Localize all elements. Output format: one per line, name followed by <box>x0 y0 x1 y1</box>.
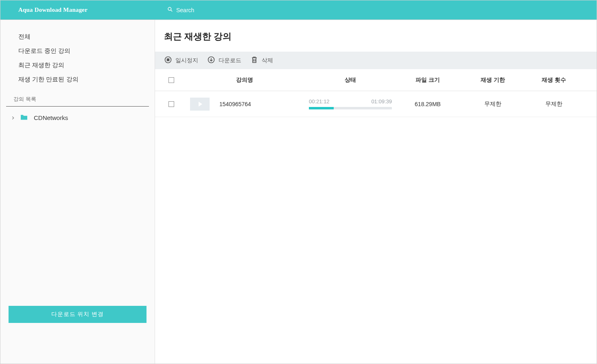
main-content: 최근 재생한 강의 일시정지 다운로드 <box>155 20 597 364</box>
app-header: Aqua Download Manager <box>0 0 597 20</box>
search-icon <box>167 7 173 13</box>
download-button[interactable]: 다운로드 <box>207 56 241 65</box>
sidebar-item-label: 최근 재생한 강의 <box>18 61 64 68</box>
search-input[interactable] <box>176 7 298 13</box>
lectures-table: 강의명 상태 파일 크기 재생 기한 재생 횟수 1540965764 <box>155 69 597 364</box>
download-circle-icon <box>207 56 215 65</box>
total-time: 01:09:39 <box>371 98 392 105</box>
col-header-state: 상태 <box>306 76 395 84</box>
cell-play-count: 무제한 <box>525 100 582 108</box>
table-row[interactable]: 1540965764 00:21:12 01:09:39 618.29MB 무제… <box>155 91 597 117</box>
col-header-file-size: 파일 크기 <box>395 76 460 84</box>
svg-point-0 <box>168 7 171 11</box>
sidebar-item-label: 다운로드 중인 강의 <box>18 47 70 54</box>
tree-item-cdnetworks[interactable]: CDNetworks <box>11 112 147 123</box>
progress-bar <box>309 107 392 109</box>
row-checkbox[interactable] <box>168 101 174 107</box>
table-header-row: 강의명 상태 파일 크기 재생 기한 재생 횟수 <box>155 69 597 91</box>
cell-lecture-name: 1540965764 <box>216 101 306 107</box>
select-all-checkbox[interactable] <box>168 77 174 83</box>
tree-item-label: CDNetworks <box>34 114 68 121</box>
sidebar-item-recent[interactable]: 최근 재생한 강의 <box>18 58 147 72</box>
chevron-right-icon <box>11 116 15 120</box>
cell-deadline: 무제한 <box>460 100 525 108</box>
col-header-deadline: 재생 기한 <box>460 76 525 84</box>
pause-circle-icon <box>164 56 172 65</box>
button-label: 다운로드 <box>219 57 241 64</box>
play-icon <box>199 102 202 107</box>
change-download-location-button[interactable]: 다운로드 위치 변경 <box>9 306 147 323</box>
svg-rect-3 <box>167 59 169 61</box>
sidebar-nav: 전체 다운로드 중인 강의 최근 재생한 강의 재생 기한 만료된 강의 <box>0 30 155 87</box>
button-label: 삭제 <box>262 57 273 64</box>
search-wrap <box>155 7 298 13</box>
progress-fill <box>309 107 334 109</box>
elapsed-time: 00:21:12 <box>309 98 330 105</box>
svg-line-1 <box>171 10 173 12</box>
trash-icon <box>250 56 258 65</box>
toolbar: 일시정지 다운로드 삭제 <box>155 52 597 69</box>
sidebar-tree: CDNetworks <box>0 107 155 123</box>
app-title: Aqua Download Manager <box>0 7 155 13</box>
sidebar-item-all[interactable]: 전체 <box>18 30 147 44</box>
sidebar-item-downloading[interactable]: 다운로드 중인 강의 <box>18 44 147 58</box>
delete-button[interactable]: 삭제 <box>250 56 273 65</box>
folder-icon <box>20 114 28 122</box>
cell-state: 00:21:12 01:09:39 <box>306 98 395 109</box>
cell-file-size: 618.29MB <box>395 101 460 107</box>
pause-button[interactable]: 일시정지 <box>164 56 198 65</box>
video-thumbnail[interactable] <box>190 98 210 111</box>
button-label: 일시정지 <box>175 57 198 64</box>
col-header-name: 강의명 <box>184 76 306 84</box>
page-title: 최근 재생한 강의 <box>155 20 597 52</box>
col-header-play-count: 재생 횟수 <box>525 76 582 84</box>
sidebar-item-label: 전체 <box>18 33 31 40</box>
sidebar-item-label: 재생 기한 만료된 강의 <box>18 76 79 83</box>
sidebar-section-label: 강의 목록 <box>6 87 149 106</box>
sidebar: 전체 다운로드 중인 강의 최근 재생한 강의 재생 기한 만료된 강의 강의 … <box>0 20 155 364</box>
sidebar-item-expired[interactable]: 재생 기한 만료된 강의 <box>18 72 147 87</box>
